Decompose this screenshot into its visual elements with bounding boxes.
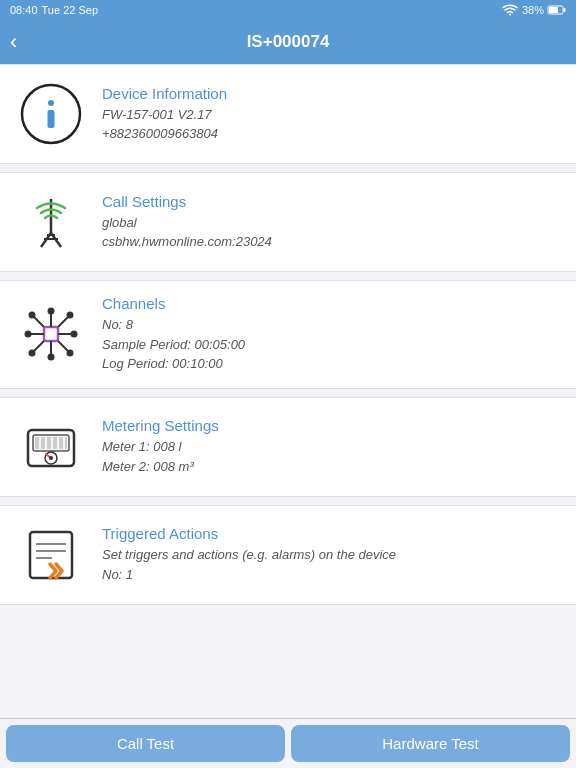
triggered-actions-text: Triggered Actions Set triggers and actio… — [102, 525, 560, 584]
triggered-no: No: 1 — [102, 567, 133, 582]
call-settings-server: csbhw.hwmonline.com:23024 — [102, 234, 272, 249]
svg-rect-35 — [65, 437, 67, 449]
call-settings-card[interactable]: Call Settings global csbhw.hwmonline.com… — [0, 172, 576, 272]
device-information-detail: FW-157-001 V2.17 +882360009663804 — [102, 105, 560, 144]
device-information-text: Device Information FW-157-001 V2.17 +882… — [102, 85, 560, 144]
call-settings-title: Call Settings — [102, 193, 560, 210]
channels-icon — [16, 299, 86, 369]
channels-title: Channels — [102, 295, 560, 312]
status-bar: 08:40 Tue 22 Sep 38% — [0, 0, 576, 20]
triggered-desc: Set triggers and actions (e.g. alarms) o… — [102, 547, 396, 562]
call-settings-global: global — [102, 215, 137, 230]
svg-rect-34 — [59, 437, 63, 449]
svg-line-19 — [58, 341, 68, 351]
channels-no: No: 8 — [102, 317, 133, 332]
svg-point-24 — [29, 312, 36, 319]
triggered-actions-card[interactable]: Triggered Actions Set triggers and actio… — [0, 505, 576, 605]
trigger-icon — [16, 520, 86, 590]
hardware-test-button[interactable]: Hardware Test — [291, 725, 570, 762]
device-information-card[interactable]: Device Information FW-157-001 V2.17 +882… — [0, 64, 576, 164]
svg-point-38 — [49, 456, 53, 460]
svg-point-27 — [67, 350, 74, 357]
battery-icon — [548, 5, 566, 15]
svg-rect-2 — [549, 7, 558, 13]
call-settings-text: Call Settings global csbhw.hwmonline.com… — [102, 193, 560, 252]
triggered-actions-title: Triggered Actions — [102, 525, 560, 542]
meter1: Meter 1: 008 l — [102, 439, 182, 454]
info-icon — [16, 79, 86, 149]
wifi-icon — [502, 4, 518, 16]
battery-level: 38% — [522, 4, 544, 16]
svg-rect-11 — [44, 327, 58, 341]
svg-point-25 — [67, 312, 74, 319]
channels-text: Channels No: 8 Sample Period: 00:05:00 L… — [102, 295, 560, 374]
metering-settings-title: Metering Settings — [102, 417, 560, 434]
status-bar-left: 08:40 Tue 22 Sep — [10, 4, 98, 16]
device-fw: FW-157-001 V2.17 — [102, 107, 212, 122]
meter2: Meter 2: 008 m³ — [102, 459, 194, 474]
app-header: ‹ IS+000074 — [0, 20, 576, 64]
svg-point-21 — [48, 354, 55, 361]
svg-point-23 — [71, 331, 78, 338]
svg-rect-30 — [35, 437, 39, 449]
svg-rect-33 — [53, 437, 57, 449]
status-time: 08:40 — [10, 4, 38, 16]
meter-icon — [16, 412, 86, 482]
svg-point-20 — [48, 308, 55, 315]
metering-settings-card[interactable]: Metering Settings Meter 1: 008 l Meter 2… — [0, 397, 576, 497]
metering-settings-text: Metering Settings Meter 1: 008 l Meter 2… — [102, 417, 560, 476]
signal-icon — [16, 187, 86, 257]
svg-rect-31 — [41, 437, 45, 449]
svg-rect-39 — [30, 532, 72, 578]
svg-line-16 — [34, 317, 44, 327]
channels-card[interactable]: Channels No: 8 Sample Period: 00:05:00 L… — [0, 280, 576, 389]
footer: Call Test Hardware Test — [0, 718, 576, 768]
svg-point-4 — [48, 100, 54, 106]
svg-point-22 — [25, 331, 32, 338]
call-test-button[interactable]: Call Test — [6, 725, 285, 762]
content-area: Device Information FW-157-001 V2.17 +882… — [0, 64, 576, 718]
svg-point-26 — [29, 350, 36, 357]
svg-rect-5 — [48, 110, 55, 128]
svg-line-17 — [58, 317, 68, 327]
device-information-title: Device Information — [102, 85, 560, 102]
device-number: +882360009663804 — [102, 126, 218, 141]
status-bar-right: 38% — [502, 4, 566, 16]
call-settings-detail: global csbhw.hwmonline.com:23024 — [102, 213, 560, 252]
triggered-actions-detail: Set triggers and actions (e.g. alarms) o… — [102, 545, 560, 584]
channels-log: Log Period: 00:10:00 — [102, 356, 223, 371]
channels-detail: No: 8 Sample Period: 00:05:00 Log Period… — [102, 315, 560, 374]
status-date: Tue 22 Sep — [42, 4, 98, 16]
svg-rect-1 — [564, 8, 566, 12]
svg-line-18 — [34, 341, 44, 351]
svg-rect-32 — [47, 437, 51, 449]
header-title: IS+000074 — [247, 32, 330, 52]
back-button[interactable]: ‹ — [10, 31, 17, 53]
metering-settings-detail: Meter 1: 008 l Meter 2: 008 m³ — [102, 437, 560, 476]
channels-sample: Sample Period: 00:05:00 — [102, 337, 245, 352]
